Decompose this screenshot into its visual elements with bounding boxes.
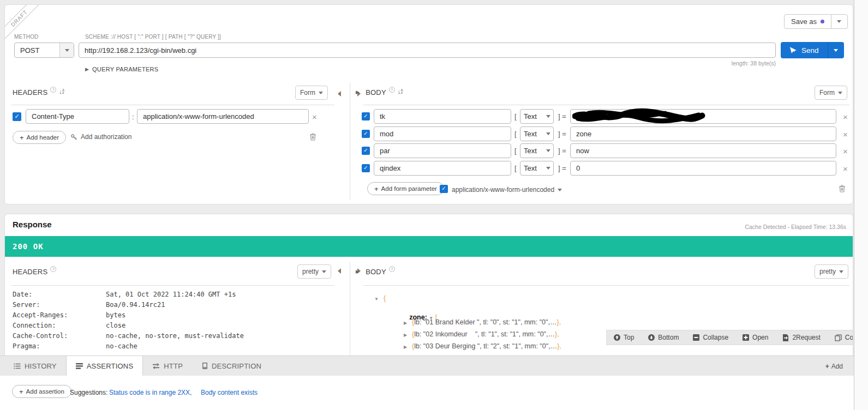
json-array-item[interactable]: {lb: "03 Deur Berging ", tl: "2", st: "1… [412,342,561,350]
expand-node-icon[interactable]: ▶ [404,321,407,325]
collapse-all-button[interactable]: Collapse [686,330,735,345]
remove-param-button[interactable]: × [843,113,848,121]
view-mode-value: pretty [819,268,836,275]
tab-description[interactable]: DESCRIPTION [192,356,271,376]
sort-az-icon[interactable]: ↓AZ [398,89,403,94]
remove-param-button[interactable]: × [843,147,848,155]
help-icon[interactable]: ? [389,266,395,272]
scroll-top-button[interactable]: Top [607,330,641,345]
param-value-input[interactable] [570,126,836,141]
response-headers-view-dropdown[interactable]: pretty [297,264,331,279]
param-type-select[interactable]: Text [520,126,554,141]
body-title: BODY [366,268,386,276]
copy-button[interactable]: Copy [828,330,853,345]
param-checkbox[interactable]: ✓ [362,112,370,120]
remove-param-button[interactable]: × [843,165,848,173]
add-header-button[interactable]: +Add header [13,131,66,144]
suggestion-link-status[interactable]: Status code is in range 2XX, [109,389,191,396]
response-body-toolbar: Top Bottom Collapse Open 2Request Copy [606,330,853,345]
pane-divider [350,262,350,355]
chevron-down-icon [837,20,841,23]
send-menu-button[interactable] [828,42,844,58]
chevron-down-icon [322,270,326,273]
headers-view-mode-dropdown[interactable]: Form [295,86,328,100]
request-headers-title-row: HEADERS ? ↓AZ [13,88,64,97]
plus-icon: + [825,363,829,370]
query-parameters-label: QUERY PARAMETERS [92,66,159,73]
encoding-checkbox[interactable]: ✓ [440,185,448,193]
method-select[interactable]: POST [14,43,74,58]
json-array-item[interactable]: {lb: "02 Inkomdeur ", tl: "1", st: "1", … [412,330,559,338]
collapse-left-pane-icon[interactable] [338,268,341,274]
add-form-parameter-button[interactable]: +Add form parameter [367,182,444,195]
sort-az-icon[interactable]: ↓AZ [59,89,64,94]
response-header-value: bytes [106,311,125,319]
bottom-tab-bar: HISTORY ASSERTIONS HTTP DESCRIPTION +Add [0,355,854,376]
expand-right-icon[interactable]: ▶ [356,89,360,95]
save-as-menu-button[interactable] [831,15,847,28]
collapse-left-pane-icon[interactable] [338,91,341,97]
add-assertion-button[interactable]: +Add assertion [12,385,71,398]
bracket-open: [ [514,147,517,155]
request-panel: DRAFT Save as METHOD SCHEME :// HOST [ "… [4,4,853,204]
tab-http[interactable]: HTTP [143,356,192,376]
remove-header-button[interactable]: × [312,113,317,121]
add-authorization-button[interactable]: Add authorization [70,133,131,141]
header-row-checkbox[interactable]: ✓ [13,112,21,121]
url-input[interactable] [79,43,776,58]
add-tab-button[interactable]: +Add [825,356,843,376]
param-name-input[interactable] [374,161,511,176]
response-header-name: Cache-Control: [13,332,68,340]
header-name-input[interactable] [26,109,129,124]
param-checkbox[interactable]: ✓ [362,147,370,155]
chevron-down-icon [558,189,562,191]
delete-params-button[interactable] [839,184,846,192]
send-button[interactable]: Send [781,42,844,58]
bracket-close: ] = [558,130,566,138]
param-name-input[interactable] [374,109,511,124]
query-parameters-toggle[interactable]: ▶ QUERY PARAMETERS [85,66,158,73]
json-array-item[interactable]: {lb: "01 Brand Kelder ", tl: "0", st: "1… [412,318,561,326]
scroll-bottom-button[interactable]: Bottom [641,330,686,345]
param-name-input[interactable] [374,126,511,141]
collapse-node-icon[interactable]: ▼ [374,297,379,302]
method-dropdown-button[interactable] [59,43,74,57]
param-value-input[interactable] [570,143,836,158]
save-as-button[interactable]: Save as [784,14,848,29]
body-view-mode-dropdown[interactable]: Form [815,86,847,100]
param-type-select[interactable]: Text [520,143,554,158]
help-icon[interactable]: ? [50,87,56,93]
param-type-select[interactable]: Text [520,109,554,124]
expand-node-icon[interactable]: ▶ [404,345,407,349]
tab-assertions[interactable]: ASSERTIONS [66,355,143,376]
open-all-button[interactable]: Open [735,330,775,345]
suggestion-link-body[interactable]: Body content exists [201,389,258,396]
delete-headers-button[interactable] [309,132,316,141]
header-value-input[interactable] [137,109,309,124]
bracket-open: [ [514,164,517,172]
param-type-select[interactable]: Text [520,161,554,176]
expand-right-icon[interactable]: ▶ [356,269,360,274]
expand-node-icon[interactable]: ▶ [404,333,407,337]
response-header-name: Date: [13,291,32,298]
headers-title: HEADERS [13,268,47,276]
redaction-scribble [572,107,709,125]
encoding-label: application/x-www-form-urlencoded [452,186,554,194]
chevron-down-icon [546,161,553,175]
param-value-input[interactable] [570,161,836,176]
to-request-button[interactable]: 2Request [775,330,827,345]
remove-param-button[interactable]: × [843,130,848,138]
encoding-dropdown[interactable]: application/x-www-form-urlencoded [452,186,562,194]
tab-history[interactable]: HISTORY [4,356,66,376]
param-checkbox[interactable]: ✓ [362,130,370,138]
response-body-view-dropdown[interactable]: pretty [815,264,848,279]
pane-divider [350,82,350,200]
chevron-down-icon [834,49,838,52]
copy-icon [835,334,842,341]
add-form-parameter-label: Add form parameter [381,185,437,192]
right-scroll-rail[interactable] [854,0,868,410]
param-name-input[interactable] [374,143,511,158]
help-icon[interactable]: ? [389,87,395,93]
help-icon[interactable]: ? [50,266,56,272]
param-checkbox[interactable]: ✓ [362,164,370,172]
